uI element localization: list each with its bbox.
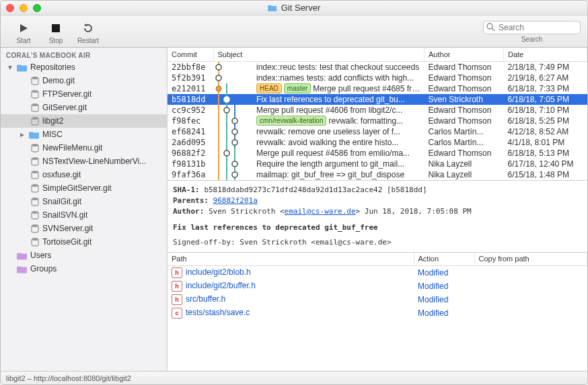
commit-author: Nika Layzell <box>425 169 504 180</box>
table-row[interactable]: ef68241revwalk: remove one useless layer… <box>168 126 587 137</box>
search-input[interactable] <box>483 21 581 34</box>
stop-label: Stop <box>49 37 63 44</box>
table-row[interactable]: hsrc/buffer.hModified <box>168 293 587 306</box>
col-path[interactable]: Path <box>168 253 414 266</box>
svg-point-45 <box>224 151 229 156</box>
commit-subject: mailmap: git_buf_free => git_buf_dispose <box>252 169 425 180</box>
file-copy <box>474 293 587 306</box>
sidebar-item-repo[interactable]: Demo.git <box>1 74 167 87</box>
sidebar-item-groups[interactable]: Groups <box>1 262 167 275</box>
author-date: > Jun 18, 2018, 7:05:08 PM <box>356 207 472 216</box>
commit-author: Edward Thomson <box>425 61 504 73</box>
file-copy <box>474 266 587 280</box>
database-icon <box>30 237 40 247</box>
sidebar-item-label: TortoiseGit.git <box>42 237 91 247</box>
table-row[interactable]: f98131bRequire the length argument to gi… <box>168 159 587 169</box>
sidebar-item-repo[interactable]: SnailSVN.git <box>1 208 167 222</box>
sidebar-item-label: Users <box>30 251 51 260</box>
svg-point-5 <box>32 103 38 106</box>
sidebar-item-repo[interactable]: TortoiseGit.git <box>1 235 167 249</box>
table-row[interactable]: 22bbf8eindex::reuc tests: test that chec… <box>168 61 587 73</box>
chevron-right-icon[interactable]: ▸ <box>18 130 26 139</box>
commit-hash: 9faf36a <box>168 169 213 180</box>
sidebar-item-repositories[interactable]: ▾ Repositories <box>1 60 167 74</box>
table-row[interactable]: b5818ddFix last references to deprecated… <box>168 94 587 105</box>
sidebar-item-users[interactable]: Users <box>1 249 167 262</box>
commit-details: SHA-1: b5818ddabd9273c71dfd248da92d1d13a… <box>168 181 587 253</box>
commit-date: 6/15/18, 1:48 PM <box>504 169 587 180</box>
commit-hash: 2a6d095 <box>168 137 213 148</box>
files-wrap: Path Action Copy from path hinclude/git2… <box>168 253 587 372</box>
svg-point-16 <box>216 65 221 70</box>
commit-author: Edward Thomson <box>425 83 504 94</box>
sidebar-item-label: SnailSVN.git <box>42 210 87 220</box>
table-row[interactable]: hinclude/git2/buffer.hModified <box>168 280 587 293</box>
table-row[interactable]: 5f2b391index::names tests: add conflicts… <box>168 73 587 83</box>
sidebar-item-label: libgit2 <box>42 116 63 126</box>
ref-tag: master <box>284 83 311 93</box>
file-icon: h <box>172 281 182 292</box>
sidebar-item-label: GitServer.git <box>42 103 87 112</box>
table-row[interactable]: 2a6d095revwalk: avoid walking the entire… <box>168 137 587 148</box>
database-icon <box>30 210 40 220</box>
restart-button[interactable]: Restart <box>72 20 104 44</box>
file-action: Modified <box>414 306 474 320</box>
sidebar-item-repo[interactable]: NewFileMenu.git <box>1 141 167 155</box>
col-action[interactable]: Action <box>414 253 474 266</box>
table-row[interactable]: 96882f2Merge pull request #4586 from emi… <box>168 148 587 159</box>
commit-date: 6/17/18, 12:40 PM <box>504 159 587 169</box>
table-row[interactable]: e212011HEADmasterMerge pull request #468… <box>168 83 587 94</box>
parents-label: Parents: <box>173 196 209 205</box>
database-icon <box>30 157 40 166</box>
table-row[interactable]: hinclude/git2/blob.hModified <box>168 266 587 280</box>
sidebar-item-label: Demo.git <box>42 76 75 85</box>
commit-author: Sven Strickroth <box>425 94 504 105</box>
minimize-button[interactable] <box>20 4 28 12</box>
table-row[interactable]: 9faf36amailmap: git_buf_free => git_buf_… <box>168 169 587 180</box>
sidebar-item-repo[interactable]: FTPServer.git <box>1 87 167 101</box>
commit-table[interactable]: Commit Subject Author Date 22bbf8eindex:… <box>168 48 587 180</box>
sidebar-item-repo[interactable]: SVNServer.git <box>1 222 167 235</box>
commit-subject: index::reuc tests: test that checkout su… <box>252 61 425 73</box>
commit-author: Nika Layzell <box>425 159 504 169</box>
sidebar-item-repo[interactable]: NSTextView-LineNumberVi... <box>1 155 167 168</box>
sidebar[interactable]: CORAL'S MACBOOK AIR ▾ Repositories Demo.… <box>1 48 168 371</box>
files-table[interactable]: Path Action Copy from path hinclude/git2… <box>168 253 587 320</box>
sidebar-item-repo[interactable]: osxfuse.git <box>1 168 167 181</box>
commit-subject: Fix last references to deprecated git_bu… <box>252 94 425 105</box>
commit-subject: Merge pull request #4606 from libgit2/c.… <box>252 105 425 116</box>
sidebar-item-label: MISC <box>42 130 63 139</box>
author-email[interactable]: email@cs-ware.de <box>285 207 356 216</box>
play-icon <box>18 20 29 36</box>
file-icon: c <box>172 308 182 318</box>
start-button[interactable]: Start <box>7 20 40 44</box>
sha-value: b5818ddabd9273c71dfd248da92d1d13ac2ace42… <box>204 185 427 194</box>
commit-graph <box>213 169 252 180</box>
database-icon <box>30 183 40 193</box>
table-row[interactable]: ctests/stash/save.cModified <box>168 306 587 320</box>
svg-line-2 <box>492 28 494 31</box>
parent-link[interactable]: 96882f201a <box>213 196 258 205</box>
sidebar-item-label: Groups <box>30 264 57 273</box>
sidebar-item-repo-selected[interactable]: libgit2 <box>1 114 167 128</box>
commit-subject: Require the length argument to git_mail.… <box>252 159 425 169</box>
sidebar-item-repo[interactable]: GitServer.git <box>1 101 167 114</box>
sidebar-item-repo[interactable]: SimpleGitServer.git <box>1 181 167 195</box>
start-label: Start <box>16 37 30 44</box>
close-button[interactable] <box>6 4 14 12</box>
sidebar-item-label: osxfuse.git <box>42 170 81 179</box>
col-subject[interactable]: Subject <box>213 48 425 61</box>
col-author[interactable]: Author <box>425 48 504 61</box>
chevron-down-icon[interactable]: ▾ <box>6 62 14 72</box>
commit-author: Carlos Martín... <box>425 137 504 148</box>
table-row[interactable]: f98feccmn/revwalk-iterationrevwalk: form… <box>168 116 587 126</box>
maximize-button[interactable] <box>33 4 41 12</box>
ref-tag: HEAD <box>256 83 282 93</box>
sidebar-item-folder[interactable]: ▸ MISC <box>1 128 167 141</box>
sidebar-item-repo[interactable]: SnailGit.git <box>1 195 167 208</box>
col-copy[interactable]: Copy from path <box>474 253 587 266</box>
col-commit[interactable]: Commit <box>168 48 213 61</box>
stop-button[interactable]: Stop <box>40 20 72 44</box>
table-row[interactable]: cc9c952Merge pull request #4606 from lib… <box>168 105 587 116</box>
col-date[interactable]: Date <box>504 48 587 61</box>
